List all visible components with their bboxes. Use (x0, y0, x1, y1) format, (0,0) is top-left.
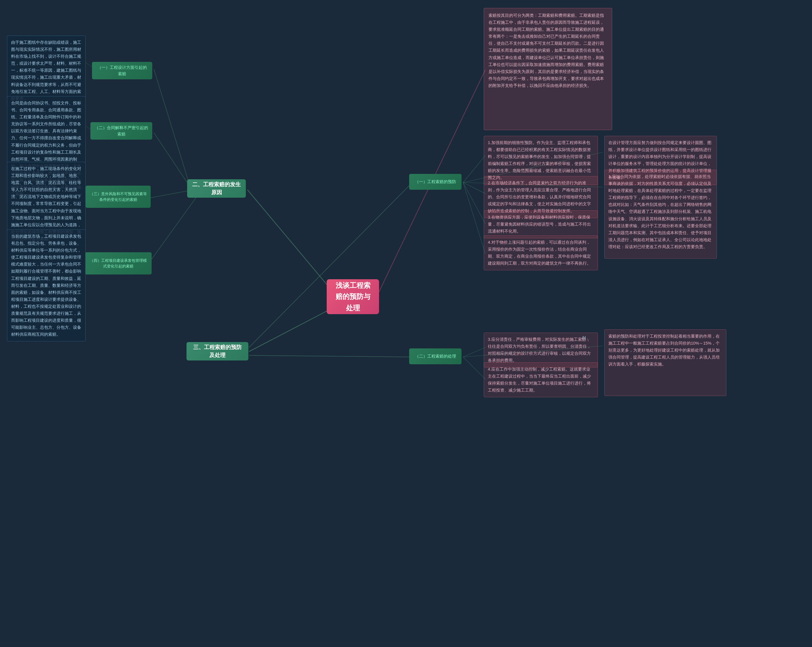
content-management: 当前的建筑市场，工程项目建设承发包有总包、指定分包、劳务承包，设备、材料供应等单… (7, 229, 85, 341)
svg-line-11 (249, 182, 412, 347)
svg-line-19 (463, 347, 485, 357)
sub-contract-label: （二）合同解释不严密引起的索赔 (94, 125, 148, 137)
connection-lines (0, 0, 812, 647)
branch-prevention-label: 三、工程索赔的预防及处理 (191, 343, 244, 359)
svg-line-5 (148, 197, 197, 265)
branch-node-causes: 二、工程索赔的发生原因 (187, 179, 246, 198)
sub-handling-label: （二）工程索赔的处理 (415, 353, 456, 359)
sub-branch-risk: （三）意外风险和不可预见因素等条件的变化引起的索赔 (85, 186, 151, 208)
sub-design-label: （一）工程设计方面引起的索赔 (96, 64, 148, 77)
content-design-text: 由于施工图纸中存在缺陷或错误，施工图与现实实际情况不符，施工图所用材料在市场上找… (11, 40, 81, 101)
at-label: At , (582, 335, 588, 340)
content-prevention-4-text: 3.在物资供应方面，应使到设备和材料供应按时，保质保量，尽量避免因材料供应的错误… (488, 215, 591, 234)
sub-branch-handling-right: （二）工程索赔的处理 (409, 349, 461, 364)
svg-line-3 (154, 133, 190, 187)
svg-line-1 (249, 308, 333, 352)
sub-branch-management: （四）工程项目建设承发包管理模式变化引起的索赔 (85, 252, 152, 274)
central-node-label: 浅谈工程索赔的预防与处理 (334, 280, 372, 314)
content-handling-2-text: 4.应在工作中加强主动控制，减少工程索赔。这就要求业主在工程建设过程中，当当下最… (488, 367, 591, 393)
content-prevention-6: 1.应以合同为依据，处理索赔时必须依据有据、就依照当事商谈的依据，对方的性质关系… (604, 170, 717, 258)
content-handling-3: 索赔的预防和处理对于工程投资控制起着相当重要的作用，在施工工程中一般施工工程索赔… (604, 329, 727, 396)
mindmap-container: 浅谈工程索赔的预防与处理 二、工程索赔的发生原因 三、工程索赔的预防及处理 （一… (0, 0, 812, 647)
svg-line-16 (463, 182, 485, 254)
svg-line-12 (249, 355, 412, 357)
content-prevention-2-text: 2.在市场经济条件下，合同是束约之双方经济行为的准则，作为业主方的管理人员应注重… (488, 180, 591, 213)
content-prevention-5-text: 4.对于物价上涨问题引起的索赔，可以通过在合同谈判，采用报价的作为固定一次性报价… (488, 240, 591, 266)
sub-branch-design: （一）工程设计方面引起的索赔 (92, 62, 152, 80)
branch-node-prevention: 三、工程索赔的预防及处理 (186, 342, 248, 361)
svg-line-4 (148, 190, 190, 198)
sub-risk-label: （三）意外风险和不可预见因素等条件的变化引起的索赔 (89, 191, 147, 202)
sub-management-label: （四）工程项目建设承发包管理模式变化引起的索赔 (89, 258, 148, 269)
content-top-right: 索赔按其目的可分为两类：工期索赔和费用索赔。工期索赔是指在工程施工中，由于非承包… (484, 8, 612, 130)
content-prevention-1-text: 1.加强前期的细致性预防。作为业主、监理工程师和承包商，都要借助自已已经积累的有… (488, 140, 591, 180)
sub-prevention-label: （一）工程索赔的预防 (415, 179, 456, 185)
content-handling-1-text: 3.应分清责任，严格审核费用，对实际发生的施工索赔，往往是合同双方均负有责任，所… (488, 337, 591, 363)
content-prevention-4: 3.在物资供应方面，应使到设备和材料供应按时，保质保量，尽量避免因材料供应的错误… (484, 210, 598, 238)
sub-branch-prevention-right: （一）工程索赔的预防 (409, 174, 461, 190)
content-prevention-5: 4.对于物价上涨问题引起的索赔，可以通过在合同谈判，采用报价的作为固定一次性报价… (484, 236, 598, 270)
content-handling-3-text: 索赔的预防和处理对于工程投资控制起着相当重要的作用，在施工工程中一般施工工程索赔… (608, 334, 720, 367)
content-top-right-text: 索赔按其目的可分为两类：工期索赔和费用索赔。工期索赔是指在工程施工中，由于非承包… (488, 13, 604, 88)
branch-causes-label: 二、工程索赔的发生原因 (192, 180, 241, 197)
svg-line-2 (154, 69, 190, 187)
content-handling-2: 4.应在工作中加强主动控制，减少工程索赔。这就要求业主在工程建设过程中，当当下最… (484, 363, 598, 397)
svg-line-14 (463, 182, 485, 194)
content-management-text: 当前的建筑市场，工程项目建设承发包有总包、指定分包、劳务承包，设备、材料供应等单… (11, 234, 81, 337)
svg-line-0 (247, 190, 333, 292)
svg-line-15 (463, 182, 485, 224)
sub-branch-contract: （二）合同解释不严密引起的索赔 (90, 122, 152, 140)
content-prevention-6-text: 1.应以合同为依据，处理索赔时必须依据有据、就依照当事商谈的依据，对方的性质关系… (608, 174, 711, 249)
content-design: 由于施工图纸中存在缺陷或错误，施工图与现实实际情况不符，施工图所用材料在市场上找… (7, 35, 85, 106)
svg-line-20 (463, 357, 485, 379)
svg-line-13 (463, 156, 485, 182)
central-node: 浅谈工程索赔的预防与处理 (327, 279, 379, 314)
